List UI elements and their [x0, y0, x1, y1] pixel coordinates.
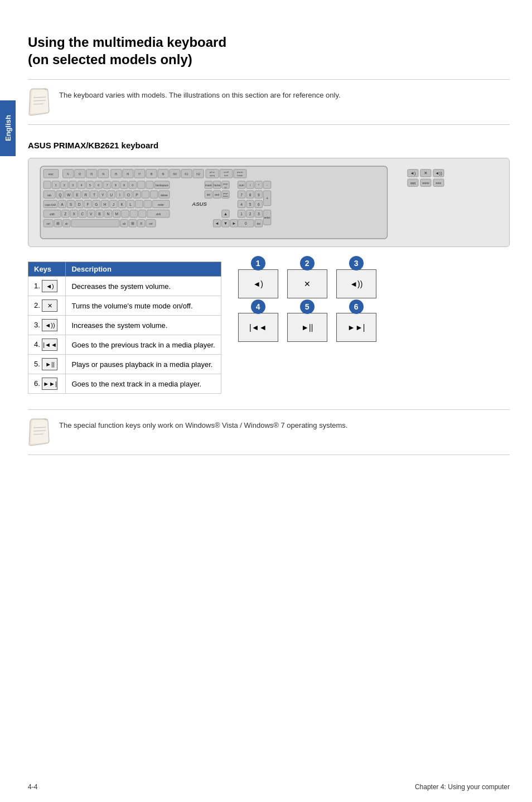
svg-text:home: home: [214, 185, 220, 187]
svg-text:L: L: [129, 202, 132, 206]
key-num-cell: 2. ✕: [28, 296, 66, 316]
svg-rect-167: [122, 210, 129, 218]
footer-left: 4-4: [28, 783, 37, 791]
svg-text:U: U: [110, 193, 113, 197]
svg-text:page: page: [223, 192, 228, 195]
svg-text:I: I: [119, 193, 120, 197]
svg-text:5: 5: [249, 202, 252, 206]
note-box-1: The keyboard varies with models. The ill…: [28, 79, 510, 125]
svg-text:S: S: [70, 202, 72, 206]
diagram-num-badge: 5: [300, 299, 315, 314]
svg-text:scroll: scroll: [224, 172, 229, 174]
svg-text:Y: Y: [101, 193, 104, 197]
svg-text:Z: Z: [64, 212, 66, 216]
svg-text:◄: ◄: [215, 221, 219, 226]
svg-text:esc: esc: [49, 173, 54, 176]
svg-text:f1: f1: [67, 173, 69, 176]
svg-text:3: 3: [258, 212, 260, 216]
svg-text:enter: enter: [158, 204, 164, 206]
keys-diagram-section: Keys Description 1. ◄)Decreases the syst…: [28, 262, 510, 394]
diagram-key-box: ◄)): [336, 269, 376, 298]
diagram-cell: 3◄)): [336, 262, 376, 298]
svg-text:8: 8: [249, 193, 252, 197]
svg-rect-60: [138, 181, 145, 189]
english-tab: English: [0, 100, 16, 156]
svg-text:ASUS: ASUS: [191, 201, 207, 207]
key-desc-cell: Increases the system volume.: [66, 316, 221, 335]
svg-text:f5: f5: [115, 173, 117, 176]
svg-text:f10: f10: [173, 173, 177, 176]
col-keys: Keys: [28, 262, 66, 277]
svg-text:►: ►: [232, 221, 236, 226]
svg-text:J: J: [113, 202, 114, 206]
key-desc-cell: Turns the volume's mute mode on/off.: [66, 296, 221, 316]
svg-text:X: X: [72, 212, 75, 216]
table-row: 1. ◄)Decreases the system volume.: [28, 277, 221, 296]
svg-rect-141: [144, 201, 151, 208]
svg-rect-101: [142, 191, 149, 198]
svg-text:4: 4: [240, 202, 243, 206]
table-row: 5. ►||Plays or pauses playback in a medi…: [28, 355, 221, 374]
svg-rect-140: [136, 201, 143, 208]
svg-text:enter: enter: [264, 216, 270, 219]
diagram-cell: 6►►|: [336, 305, 376, 342]
svg-text:6: 6: [98, 184, 99, 187]
note-box-2: The special function keys only work on W…: [28, 409, 510, 455]
svg-text:G: G: [95, 202, 98, 206]
svg-rect-39: [43, 181, 51, 189]
note-icon: [28, 88, 51, 117]
keys-table: Keys Description 1. ◄)Decreases the syst…: [28, 262, 221, 394]
key-desc-cell: Goes to the previous track in a media pl…: [66, 335, 221, 355]
note-text-2: The special function keys only work on W…: [59, 418, 347, 429]
svg-text:del: del: [257, 223, 260, 226]
svg-text:9: 9: [258, 193, 260, 197]
key-desc-cell: Plays or pauses playback in a media play…: [66, 355, 221, 374]
svg-text:O: O: [127, 193, 130, 197]
diagram-key-box: ►||: [287, 313, 327, 342]
svg-text:✕: ✕: [424, 171, 428, 176]
diagram-bottom-row: 4|◄◄5►||6►►|: [238, 305, 376, 342]
svg-text:prt sc: prt sc: [210, 172, 215, 174]
svg-text:insert: insert: [205, 185, 212, 187]
svg-text:page: page: [223, 183, 228, 186]
svg-rect-102: [151, 191, 158, 198]
svg-text:backspace: backspace: [156, 185, 168, 187]
note-icon-2: [28, 418, 51, 447]
svg-text:1: 1: [240, 212, 243, 216]
svg-text:end: end: [215, 194, 219, 196]
diagram-key-box: ◄): [238, 269, 278, 298]
svg-text:f8: f8: [150, 173, 152, 176]
note-text-1: The keyboard varies with models. The ill…: [59, 88, 341, 99]
diagram-key-box: |◄◄: [238, 313, 278, 342]
svg-text:▲: ▲: [224, 211, 228, 216]
svg-text:⊞: ⊞: [131, 222, 134, 226]
svg-text:⊞: ⊞: [56, 222, 60, 226]
svg-text:f2: f2: [79, 173, 81, 176]
svg-text:◄): ◄): [410, 171, 416, 176]
diagram-num-badge: 2: [300, 256, 315, 270]
key-num-cell: 6. ►►|: [28, 374, 66, 394]
svg-text:2: 2: [249, 212, 252, 216]
svg-text:shift: shift: [156, 213, 161, 216]
svg-text:0: 0: [132, 184, 133, 187]
key-icon: ✕: [42, 299, 57, 312]
svg-text:alt: alt: [123, 223, 126, 226]
svg-text:shift: shift: [50, 213, 55, 216]
diagram-cell: 2✕: [287, 262, 327, 298]
svg-text:caps lock: caps lock: [45, 204, 56, 206]
page-footer: 4-4 Chapter 4: Using your computer: [28, 783, 510, 791]
svg-rect-169: [138, 210, 146, 218]
svg-text:3: 3: [72, 184, 74, 187]
svg-text:f3: f3: [90, 173, 93, 176]
key-desc-cell: Goes to the next track in a media player…: [66, 374, 221, 394]
svg-text:-: -: [267, 184, 268, 187]
svg-text:H: H: [104, 202, 107, 206]
svg-text:break: break: [238, 175, 243, 177]
svg-text:E: E: [76, 193, 79, 197]
svg-text:F: F: [86, 202, 89, 206]
svg-text:C: C: [81, 212, 84, 216]
svg-text:lock: lock: [224, 175, 228, 177]
diagram-num-badge: 3: [349, 256, 364, 270]
svg-text:f6: f6: [127, 173, 129, 176]
svg-rect-168: [130, 210, 137, 218]
